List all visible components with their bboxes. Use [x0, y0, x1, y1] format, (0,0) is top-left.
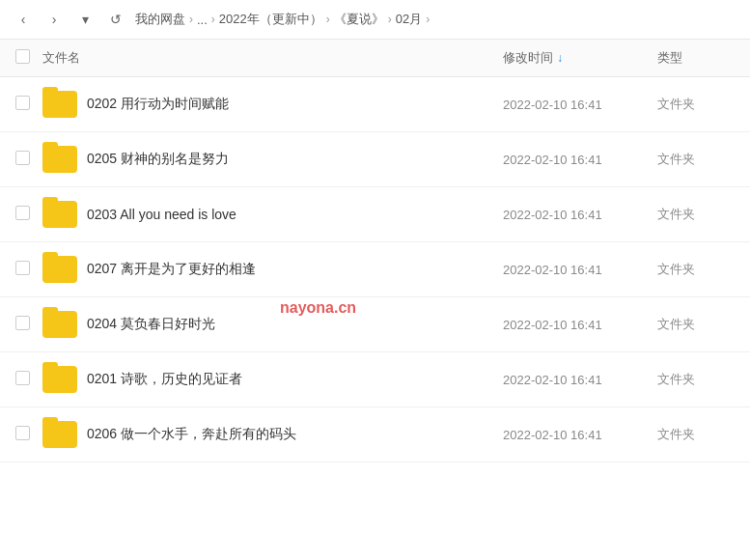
- breadcrumb-sep-1: ›: [189, 13, 193, 26]
- folder-icon-3: [42, 252, 77, 287]
- breadcrumb: 我的网盘 › ... › 2022年（更新中） › 《夏说》 › 02月 ›: [135, 11, 738, 28]
- header-time-label: 修改时间: [503, 49, 553, 67]
- table-row[interactable]: 0204 莫负春日好时光 2022-02-10 16:41 文件夹: [0, 297, 750, 352]
- file-type-0: 文件夹: [657, 96, 735, 113]
- file-name-5: 0201 诗歌，历史的见证者: [87, 371, 503, 388]
- file-time-6: 2022-02-10 16:41: [503, 428, 657, 442]
- top-bar: ‹ › ▾ ↺ 我的网盘 › ... › 2022年（更新中） › 《夏说》 ›…: [0, 0, 750, 40]
- row-checkbox-3[interactable]: [15, 261, 42, 278]
- file-list: 0202 用行动为时间赋能 2022-02-10 16:41 文件夹 0205 …: [0, 77, 750, 462]
- file-type-1: 文件夹: [657, 151, 735, 168]
- table-row[interactable]: 0201 诗歌，历史的见证者 2022-02-10 16:41 文件夹: [0, 352, 750, 407]
- row-checkbox-1[interactable]: [15, 151, 42, 168]
- forward-button[interactable]: ›: [42, 8, 66, 31]
- folder-icon-5: [42, 362, 77, 397]
- table-row[interactable]: 0205 财神的别名是努力 2022-02-10 16:41 文件夹: [0, 132, 750, 187]
- file-type-4: 文件夹: [657, 316, 735, 333]
- breadcrumb-month[interactable]: 02月: [396, 11, 422, 28]
- file-time-5: 2022-02-10 16:41: [503, 373, 657, 387]
- table-row[interactable]: 0207 离开是为了更好的相逢 2022-02-10 16:41 文件夹: [0, 242, 750, 297]
- breadcrumb-ellipsis[interactable]: ...: [197, 13, 208, 27]
- file-area: 文件名 修改时间 ↓ 类型 0202 用行动为时间赋能 2022-02-10 1…: [0, 40, 750, 462]
- file-time-2: 2022-02-10 16:41: [503, 208, 657, 222]
- breadcrumb-xiashuo[interactable]: 《夏说》: [334, 11, 384, 28]
- sort-down-icon[interactable]: ↓: [557, 51, 563, 65]
- file-type-5: 文件夹: [657, 371, 735, 388]
- file-name-2: 0203 All you need is love: [87, 207, 503, 222]
- breadcrumb-sep-5: ›: [426, 13, 430, 26]
- file-type-3: 文件夹: [657, 261, 735, 278]
- file-time-0: 2022-02-10 16:41: [503, 98, 657, 112]
- folder-icon-4: [42, 307, 77, 342]
- refresh-button[interactable]: ↺: [104, 8, 127, 31]
- file-type-6: 文件夹: [657, 426, 735, 443]
- header-type: 类型: [657, 49, 735, 67]
- file-name-3: 0207 离开是为了更好的相逢: [87, 261, 503, 278]
- breadcrumb-sep-2: ›: [211, 13, 215, 26]
- file-name-0: 0202 用行动为时间赋能: [87, 96, 503, 113]
- breadcrumb-mydisk[interactable]: 我的网盘: [135, 11, 185, 28]
- row-checkbox-4[interactable]: [15, 316, 42, 333]
- back-button[interactable]: ‹: [12, 8, 35, 31]
- file-name-4: 0204 莫负春日好时光: [87, 316, 503, 333]
- folder-icon-6: [42, 417, 77, 452]
- select-all-checkbox[interactable]: [15, 49, 30, 64]
- file-time-1: 2022-02-10 16:41: [503, 153, 657, 167]
- dropdown-button[interactable]: ▾: [73, 8, 97, 31]
- file-time-4: 2022-02-10 16:41: [503, 318, 657, 332]
- row-checkbox-5[interactable]: [15, 371, 42, 388]
- breadcrumb-year[interactable]: 2022年（更新中）: [219, 11, 322, 28]
- file-name-6: 0206 做一个水手，奔赴所有的码头: [87, 426, 503, 443]
- breadcrumb-sep-4: ›: [388, 13, 392, 26]
- table-header: 文件名 修改时间 ↓ 类型: [0, 40, 750, 77]
- header-check: [15, 49, 42, 67]
- file-name-1: 0205 财神的别名是努力: [87, 151, 503, 168]
- row-checkbox-2[interactable]: [15, 206, 42, 223]
- folder-icon-2: [42, 197, 77, 232]
- file-type-2: 文件夹: [657, 206, 735, 223]
- header-filename: 文件名: [42, 49, 503, 67]
- table-row[interactable]: 0202 用行动为时间赋能 2022-02-10 16:41 文件夹: [0, 77, 750, 132]
- row-checkbox-0[interactable]: [15, 96, 42, 113]
- breadcrumb-sep-3: ›: [326, 13, 330, 26]
- table-row[interactable]: 0206 做一个水手，奔赴所有的码头 2022-02-10 16:41 文件夹: [0, 407, 750, 462]
- table-row[interactable]: 0203 All you need is love 2022-02-10 16:…: [0, 187, 750, 242]
- header-time[interactable]: 修改时间 ↓: [503, 49, 657, 67]
- folder-icon-0: [42, 87, 77, 122]
- file-time-3: 2022-02-10 16:41: [503, 263, 657, 277]
- folder-icon-1: [42, 142, 77, 177]
- row-checkbox-6[interactable]: [15, 426, 42, 443]
